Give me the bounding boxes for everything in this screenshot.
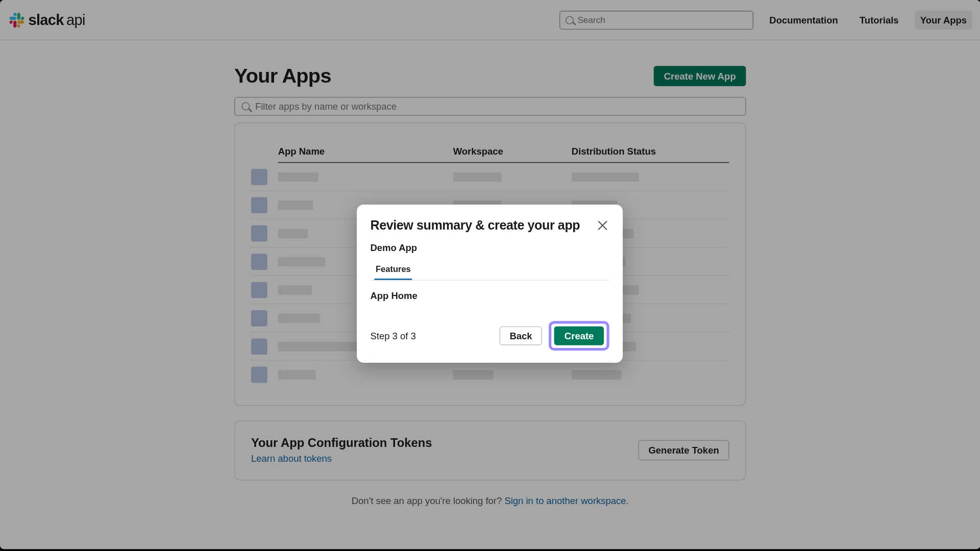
step-indicator: Step 3 of 3 [370, 331, 415, 341]
search-icon [566, 16, 574, 24]
page-title: Your Apps [234, 65, 331, 88]
table-header: App Name Workspace Distribution Status [251, 138, 729, 162]
create-new-app-button[interactable]: Create New App [654, 66, 746, 86]
footer-text: Don't see an app you're looking for? [352, 495, 505, 506]
logo-text-api: api [66, 11, 85, 29]
tokens-title: Your App Configuration Tokens [251, 436, 432, 450]
page-header: Your Apps Create New App [234, 65, 746, 88]
close-icon[interactable] [596, 219, 609, 232]
nav-tutorials[interactable]: Tutorials [854, 10, 904, 29]
global-search[interactable] [559, 10, 753, 29]
modal-title: Review summary & create your app [370, 218, 580, 233]
modal-app-name: Demo App [370, 242, 609, 253]
table-row[interactable] [251, 163, 729, 191]
logo-text-slack: slack [28, 11, 63, 29]
footer-period: . [626, 495, 629, 506]
learn-tokens-link[interactable]: Learn about tokens [251, 453, 432, 464]
filter-search-icon [242, 102, 250, 110]
nav-documentation[interactable]: Documentation [764, 10, 843, 29]
signin-workspace-link[interactable]: Sign in to another workspace [504, 495, 626, 506]
table-row[interactable] [251, 361, 729, 389]
review-modal: Review summary & create your app Demo Ap… [357, 205, 623, 363]
filter-apps[interactable] [234, 97, 746, 116]
footer-line: Don't see an app you're looking for? Sig… [234, 495, 746, 506]
slack-api-logo[interactable]: slack api [9, 11, 85, 29]
filter-input[interactable] [255, 101, 739, 112]
tab-features[interactable]: Features [374, 264, 412, 280]
generate-token-button[interactable]: Generate Token [639, 440, 729, 460]
section-app-home: App Home [370, 290, 609, 300]
topbar: slack api Documentation Tutorials Your A… [0, 0, 980, 40]
modal-tabs: Features [370, 262, 609, 281]
create-button[interactable]: Create [554, 327, 604, 345]
nav-your-apps[interactable]: Your Apps [915, 10, 972, 29]
col-header-workspace: Workspace [453, 146, 572, 157]
slack-mark-icon [9, 12, 24, 27]
col-header-dist: Distribution Status [572, 146, 729, 157]
create-button-highlight: Create [549, 321, 609, 350]
search-input[interactable] [577, 15, 747, 25]
tokens-card: Your App Configuration Tokens Learn abou… [234, 420, 746, 480]
back-button[interactable]: Back [500, 327, 543, 345]
app-viewport: slack api Documentation Tutorials Your A… [0, 0, 980, 549]
col-header-name: App Name [278, 146, 453, 157]
